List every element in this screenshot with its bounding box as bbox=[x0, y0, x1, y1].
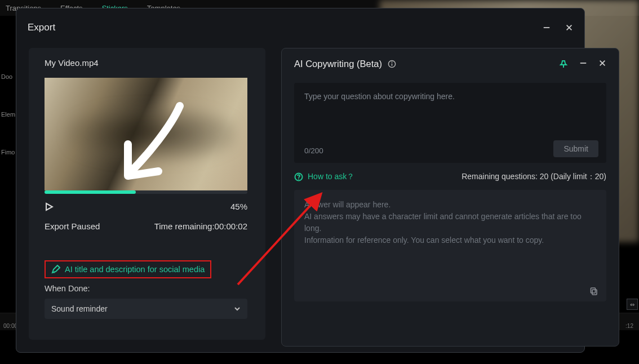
ai-panel-controls bbox=[559, 59, 606, 69]
export-progress-fill bbox=[45, 190, 136, 194]
export-modal: Export My Video.mp4 45% bbox=[16, 8, 585, 353]
ai-panel-header: AI Copywriting (Beta) bbox=[294, 59, 606, 69]
how-to-ask-link[interactable]: How to ask？ bbox=[294, 172, 354, 182]
chevron-down-icon bbox=[234, 305, 241, 312]
how-to-ask-label: How to ask？ bbox=[308, 172, 354, 182]
submit-button[interactable]: Submit bbox=[553, 140, 598, 157]
svg-text:AI: AI bbox=[52, 270, 55, 274]
arrow-overlay-icon bbox=[118, 100, 191, 185]
when-done-label: When Done: bbox=[45, 284, 250, 293]
question-placeholder: Type your question about copywriting her… bbox=[304, 92, 596, 101]
ai-title-label: AI title and description for social medi… bbox=[65, 265, 205, 274]
export-left-panel: My Video.mp4 45% Export Paused Time rema… bbox=[29, 48, 265, 340]
left-toolbar: Doo Elem Fimo bbox=[0, 73, 17, 187]
side-doo[interactable]: Doo bbox=[0, 73, 17, 80]
when-done-dropdown[interactable]: Sound reminder bbox=[45, 299, 247, 319]
side-elem[interactable]: Elem bbox=[0, 111, 17, 118]
export-progress bbox=[45, 190, 247, 194]
export-percent: 45% bbox=[230, 202, 247, 211]
svg-marker-3 bbox=[46, 203, 52, 210]
char-count: 0/200 bbox=[304, 147, 323, 155]
play-row: 45% bbox=[45, 202, 247, 211]
question-input-box[interactable]: Type your question about copywriting her… bbox=[294, 83, 606, 163]
video-preview[interactable] bbox=[45, 78, 247, 190]
status-row: Export Paused Time remaining:00:00:02 bbox=[45, 221, 247, 231]
answer-line-1: Answer will appear here. bbox=[304, 199, 596, 211]
ai-middle-row: How to ask？ Remaining questions: 20 (Dai… bbox=[294, 172, 606, 182]
ai-copywriting-panel: AI Copywriting (Beta) bbox=[281, 48, 619, 347]
window-controls bbox=[542, 23, 574, 33]
copy-icon[interactable] bbox=[589, 287, 598, 296]
export-status: Export Paused bbox=[45, 221, 100, 231]
pen-icon: AI bbox=[51, 265, 60, 274]
svg-rect-17 bbox=[591, 288, 596, 293]
close-button[interactable] bbox=[564, 23, 574, 33]
modal-header: Export bbox=[16, 8, 584, 39]
export-filename: My Video.mp4 bbox=[45, 58, 250, 68]
play-icon[interactable] bbox=[45, 202, 54, 211]
answer-line-3: Information for reference only. You can … bbox=[304, 234, 596, 246]
modal-title: Export bbox=[28, 22, 55, 33]
answer-output-box[interactable]: Answer will appear here. AI answers may … bbox=[294, 190, 606, 301]
minimize-button[interactable] bbox=[542, 23, 552, 33]
ai-title-description-link[interactable]: AI AI title and description for social m… bbox=[45, 260, 211, 278]
svg-rect-16 bbox=[592, 290, 597, 295]
export-time-remaining: Time remaining:00:00:02 bbox=[154, 221, 247, 231]
ai-minimize-button[interactable] bbox=[579, 59, 587, 69]
expand-icon[interactable]: ⇔ bbox=[627, 299, 638, 310]
side-fimo[interactable]: Fimo bbox=[0, 149, 17, 156]
info-icon[interactable] bbox=[388, 60, 396, 68]
ai-panel-title: AI Copywriting (Beta) bbox=[294, 59, 396, 69]
question-icon bbox=[294, 172, 303, 181]
ai-close-button[interactable] bbox=[598, 59, 606, 69]
timeline-right-marker: :12 bbox=[625, 323, 633, 329]
remaining-questions: Remaining questions: 20 (Daily limit：20) bbox=[462, 172, 606, 182]
answer-line-2: AI answers may have a character limit an… bbox=[304, 211, 596, 234]
dropdown-value: Sound reminder bbox=[51, 304, 108, 313]
pin-icon[interactable] bbox=[559, 60, 568, 69]
